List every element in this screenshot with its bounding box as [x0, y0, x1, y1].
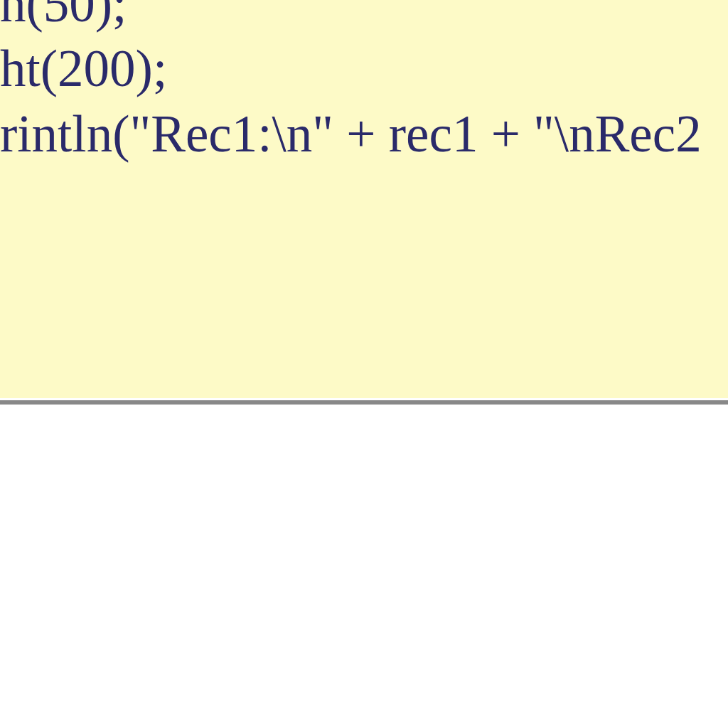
separator — [0, 400, 728, 405]
code-content: h(50); ht(200); rintln("Rec1:\n" + rec1 … — [0, 0, 702, 166]
code-line-2: ht(200); — [0, 40, 167, 97]
code-line-3: rintln("Rec1:\n" + rec1 + "\nRec2 — [0, 105, 702, 163]
code-line-1: h(50); — [0, 0, 127, 33]
code-block: h(50); ht(200); rintln("Rec1:\n" + rec1 … — [0, 0, 728, 398]
